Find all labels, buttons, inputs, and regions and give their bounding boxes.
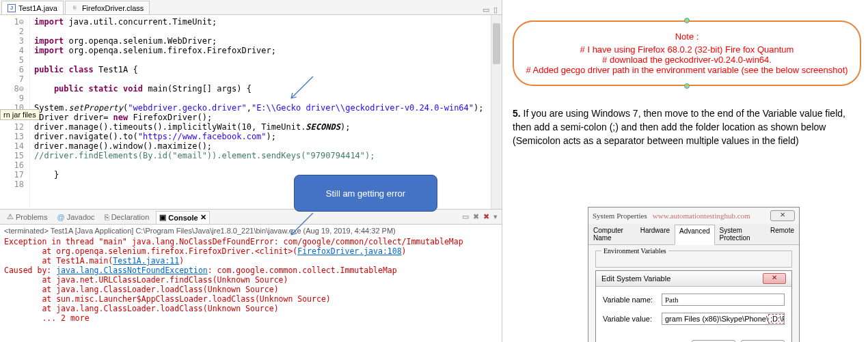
sysprops-tabs: Computer Name Hardware Advanced System P… [588, 224, 799, 245]
view-tab-javadoc[interactable]: @Javadoc [54, 212, 97, 223]
bottom-view-tabbar: ⚠Problems @Javadoc ⎘Declaration ▣ Consol… [0, 210, 502, 225]
edit-var-title: Edit System Variable [601, 274, 670, 283]
java-file-icon: J [8, 4, 16, 12]
watermark-url: www.automationtestinghub.com [653, 212, 750, 220]
console-launch-info: <terminated> Test1A [Java Application] C… [0, 225, 502, 237]
sys-tab-remote[interactable]: Remote [765, 224, 799, 244]
console-remove-all-icon[interactable]: ✖ [483, 212, 489, 221]
environment-variables-group: Environment Variables [595, 251, 792, 268]
tab-label: Test1A.java [18, 4, 57, 12]
sys-tab-hardware[interactable]: Hardware [636, 224, 675, 244]
toolbar-icon[interactable]: ▯ [493, 5, 498, 14]
sysprops-title: System Properties [593, 212, 647, 220]
console-menu-icon[interactable]: ▾ [493, 212, 498, 221]
editor-tabbar: J Test1A.java ⎘ FirefoxDriver.class ▭ ▯ [0, 0, 502, 15]
stacktrace-link[interactable]: Test1A.java:11 [113, 256, 179, 266]
variable-name-label: Variable name: [603, 296, 657, 304]
editor-vertical-scrollbar[interactable] [491, 15, 502, 209]
highlighted-value: ;D:\Firefox\ [768, 314, 785, 324]
env-legend: Environment Variables [601, 247, 668, 255]
view-tab-problems[interactable]: ⚠Problems [4, 211, 50, 223]
note-callout: Note : # I have using Firefox 68.0.2 (32… [513, 20, 861, 86]
note-line: # download the geckodriver-v0.24.0-win64… [524, 55, 850, 65]
note-title: Note : [524, 31, 850, 42]
variable-name-input[interactable] [662, 294, 785, 306]
javadoc-icon: @ [57, 213, 64, 221]
problems-icon: ⚠ [7, 212, 14, 221]
sys-tab-advanced[interactable]: Advanced [675, 225, 714, 245]
system-properties-window: System Properties www.automationtestingh… [588, 207, 800, 342]
class-file-icon: ⎘ [71, 4, 79, 12]
tab-label: FirefoxDriver.class [82, 4, 144, 12]
toolbar-icon[interactable]: ▭ [483, 5, 489, 14]
console-pin-icon[interactable]: ▭ [462, 212, 469, 221]
hover-tooltip: rn jar files [0, 109, 40, 120]
view-tab-declaration[interactable]: ⎘Declaration [102, 212, 152, 223]
sys-tab-system-protection[interactable]: System Protection [715, 224, 765, 244]
declaration-icon: ⎘ [105, 213, 109, 221]
variable-value-input[interactable]: gram Files (x86)\Skype\Phone\;D:\Firefox… [662, 313, 785, 325]
console-icon: ▣ [159, 213, 166, 222]
view-tab-console[interactable]: ▣ Console ✕ [156, 211, 209, 224]
window-close-button[interactable]: ✕ [770, 210, 795, 221]
stacktrace-link[interactable]: java.lang.ClassNotFoundException [56, 266, 208, 275]
shape-handle-icon[interactable] [684, 83, 690, 89]
shape-handle-icon[interactable] [684, 18, 690, 23]
edit-system-variable-dialog: Edit System Variable ✕ Variable name: Va… [595, 270, 792, 342]
editor-tab-test1a[interactable]: J Test1A.java [1, 1, 64, 14]
annotation-callout: Still am getting error [294, 175, 437, 212]
note-line: # Added gecgo driver path in the environ… [524, 65, 850, 75]
editor-tab-firefoxdriver[interactable]: ⎘ FirefoxDriver.class [65, 1, 150, 14]
stacktrace-link[interactable]: FirefoxDriver.java:108 [297, 246, 401, 256]
sys-tab-computer-name[interactable]: Computer Name [588, 224, 636, 244]
dialog-close-button[interactable]: ✕ [763, 273, 786, 284]
console-output[interactable]: Exception in thread "main" java.lang.NoC… [0, 237, 502, 323]
variable-value-label: Variable value: [603, 315, 657, 323]
console-remove-icon[interactable]: ✖ [473, 212, 479, 221]
note-line: # I have using Firefox 68.0.2 (32-bit) F… [524, 44, 850, 55]
step-5-text: 5. If you are using Windows 7, then move… [513, 106, 861, 147]
